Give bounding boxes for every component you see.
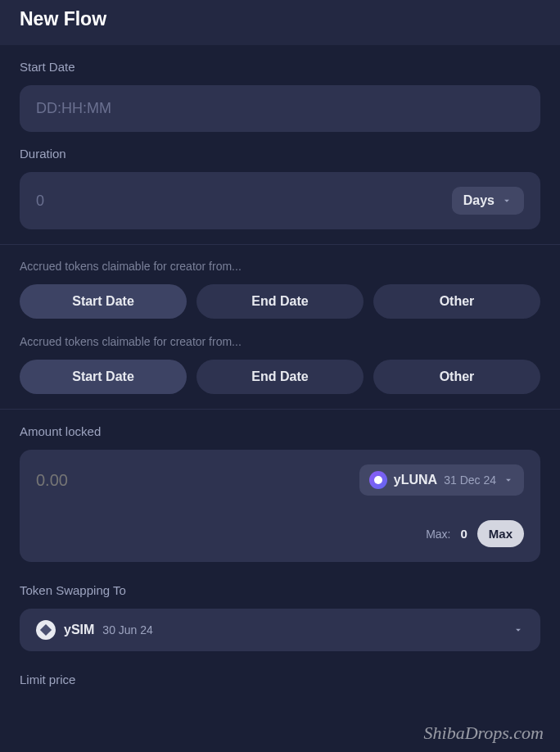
max-value: 0 <box>460 527 467 541</box>
amount-locked-input[interactable] <box>36 471 359 490</box>
duration-input[interactable] <box>36 193 452 210</box>
amount-top-row: yLUNA 31 Dec 24 <box>36 464 524 496</box>
amount-locked-section: Amount locked yLUNA 31 Dec 24 Max: 0 Max… <box>0 410 560 713</box>
accrued2-other-button[interactable]: Other <box>373 360 540 394</box>
accrued-label-2: Accrued tokens claimable for creator fro… <box>20 335 540 348</box>
start-date-section: Start Date Duration Days <box>0 45 560 245</box>
token-swapping-label: Token Swapping To <box>20 583 540 597</box>
accrued-row-2: Start Date End Date Other <box>20 360 540 394</box>
duration-unit-text: Days <box>463 193 495 208</box>
swap-token-date: 30 Jun 24 <box>102 623 153 636</box>
token-swap-left: ySIM 30 Jun 24 <box>36 620 153 640</box>
amount-token-date: 31 Dec 24 <box>444 473 496 487</box>
duration-label: Duration <box>20 147 540 161</box>
watermark: ShibaDrops.com <box>424 723 544 744</box>
duration-unit-dropdown[interactable]: Days <box>452 187 524 215</box>
ysim-token-icon <box>36 620 56 640</box>
accrued2-end-date-button[interactable]: End Date <box>196 360 364 394</box>
amount-bottom-row: Max: 0 Max <box>36 520 524 547</box>
amount-locked-box: yLUNA 31 Dec 24 Max: 0 Max <box>20 450 540 562</box>
accrued1-end-date-button[interactable]: End Date <box>196 284 364 319</box>
yluna-token-icon <box>369 471 387 489</box>
chevron-down-icon <box>513 624 524 636</box>
limit-price-label: Limit price <box>20 673 540 686</box>
amount-token-selector[interactable]: yLUNA 31 Dec 24 <box>359 464 524 496</box>
duration-input-wrapper: Days <box>20 172 540 229</box>
chevron-down-icon <box>501 195 513 206</box>
accrued-section: Accrued tokens claimable for creator fro… <box>0 245 560 410</box>
accrued1-start-date-button[interactable]: Start Date <box>20 284 187 319</box>
swap-token-name: ySIM <box>64 623 94 637</box>
start-date-input-wrapper <box>20 85 540 132</box>
token-swap-selector[interactable]: ySIM 30 Jun 24 <box>20 609 540 651</box>
start-date-label: Start Date <box>20 60 540 74</box>
accrued-row-1: Start Date End Date Other <box>20 284 540 319</box>
max-label: Max: <box>426 528 450 541</box>
amount-token-name: yLUNA <box>394 473 437 487</box>
amount-locked-label: Amount locked <box>20 424 540 438</box>
start-date-input[interactable] <box>36 100 524 117</box>
chevron-down-icon <box>503 474 514 486</box>
header: New Flow <box>0 0 560 45</box>
page-title: New Flow <box>20 8 540 30</box>
accrued2-start-date-button[interactable]: Start Date <box>20 360 187 394</box>
accrued1-other-button[interactable]: Other <box>373 284 540 319</box>
max-button[interactable]: Max <box>477 520 524 547</box>
accrued-label-1: Accrued tokens claimable for creator fro… <box>20 260 540 273</box>
